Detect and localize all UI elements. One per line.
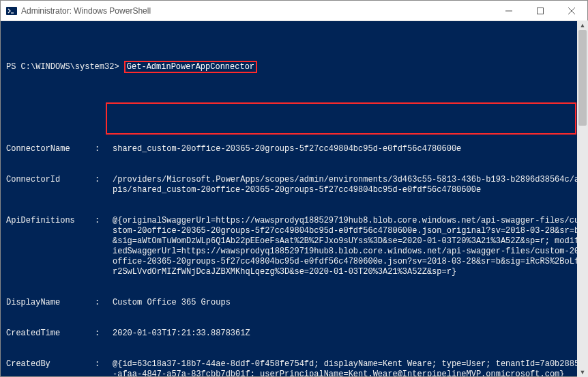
window-title: Administrator: Windows PowerShell [21,6,151,16]
command-highlight: Get-AdminPowerAppConnector [124,61,257,73]
field-label: ConnectorName [6,144,95,154]
minimize-button[interactable] [493,1,525,20]
output-block: ConnectorName: shared_custom-20office-20… [6,124,582,376]
powershell-icon [6,5,17,16]
close-button[interactable] [556,1,587,20]
created-time-value: 2020-01-03T17:21:33.8878361Z [113,329,582,339]
terminal-area[interactable]: PS C:\WINDOWS\system32> Get-AdminPowerAp… [1,21,587,376]
svg-rect-3 [538,8,544,14]
field-label: ApiDefinitions [6,216,95,277]
titlebar[interactable]: Administrator: Windows PowerShell [1,1,587,21]
connector-id-value: /providers/Microsoft.PowerApps/scopes/ad… [113,175,582,195]
scrollbar[interactable]: ▲ ▼ [577,20,588,377]
scroll-up-icon[interactable]: ▲ [577,20,588,30]
created-by-value: @{id=63c18a37-18b7-44ae-8ddf-0f458fe754f… [113,359,582,376]
connector-name-value: shared_custom-20office-20365-20groups-5f… [113,144,582,154]
maximize-button[interactable] [525,1,556,20]
scroll-down-icon[interactable]: ▼ [577,367,588,377]
api-definitions-value: @{originalSwaggerUrl=https://wawsprodyq1… [113,216,582,277]
powershell-window: Administrator: Windows PowerShell PS C:\… [0,0,588,377]
field-label: DisplayName [6,298,95,308]
display-name-value: Custom Office 365 Groups [113,298,582,308]
field-label: CreatedBy [6,359,95,376]
prompt-line: PS C:\WINDOWS\system32> Get-AdminPowerAp… [6,62,582,72]
svg-rect-0 [6,7,17,15]
prompt: PS C:\WINDOWS\system32> [6,62,119,72]
field-label: CreatedTime [6,329,95,339]
field-label: ConnectorId [6,175,95,195]
scroll-thumb[interactable] [578,30,587,126]
